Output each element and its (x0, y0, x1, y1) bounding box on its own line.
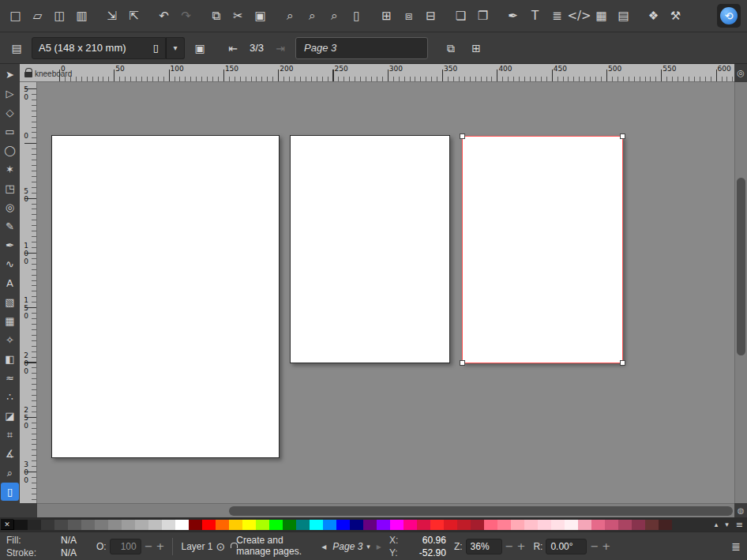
next-page-button[interactable]: ⇥ (270, 38, 291, 58)
page[interactable] (290, 135, 450, 363)
redo-button[interactable]: ↷ (175, 5, 197, 27)
rotation-decrease-button[interactable]: − (590, 540, 599, 552)
palette-swatch[interactable] (659, 520, 672, 530)
rotation-increase-button[interactable]: + (602, 540, 610, 552)
layer-visibility-toggle[interactable]: ⊙ (216, 540, 226, 553)
palette-swatch[interactable] (269, 520, 283, 530)
rotation-lock-button[interactable]: ◎ (734, 64, 747, 82)
opacity-decrease-button[interactable]: − (145, 540, 153, 552)
preferences-button[interactable]: ⚒ (665, 5, 686, 27)
spiral-tool[interactable]: ◎ (1, 198, 19, 216)
palette-swatch[interactable] (645, 520, 659, 530)
opacity-increase-button[interactable]: + (156, 540, 165, 552)
palette-swatch[interactable] (283, 520, 296, 530)
statusbar-next-page-button[interactable]: ▸ (377, 541, 381, 552)
palette-swatch[interactable] (605, 520, 618, 530)
export-button[interactable]: ⇱ (123, 5, 145, 27)
ellipse-tool[interactable]: ◯ (1, 141, 19, 160)
statusbar-prev-page-button[interactable]: ◂ (321, 541, 326, 552)
zoom-drawing-button[interactable]: ⌕ (302, 5, 323, 27)
canvas[interactable] (37, 82, 734, 503)
palette-swatch[interactable] (551, 520, 565, 530)
palette-swatch[interactable] (310, 520, 323, 530)
page[interactable] (51, 135, 280, 458)
vertical-scrollbar-thumb[interactable] (737, 178, 745, 355)
palette-swatch[interactable] (511, 520, 524, 530)
pencil-tool[interactable]: ✎ (1, 217, 19, 235)
copy-button[interactable]: ⧉ (205, 5, 227, 27)
palette-swatch[interactable] (430, 520, 444, 530)
page[interactable] (462, 136, 623, 363)
palette-swatch[interactable] (350, 520, 363, 530)
xml-editor-button[interactable]: </> (569, 5, 590, 27)
document-properties-button[interactable]: ❖ (643, 5, 664, 27)
palette-swatch[interactable] (390, 520, 404, 530)
paint-bucket-tool[interactable]: ◧ (1, 350, 19, 368)
palette-swatch[interactable] (95, 520, 108, 530)
palette-scroll-up-button[interactable]: ▴ (715, 521, 719, 528)
spray-tool[interactable]: ∴ (1, 388, 19, 406)
shape-builder-tool[interactable]: ◇ (1, 103, 19, 122)
text-dialog-button[interactable]: T (524, 5, 546, 27)
page-resize-handle[interactable] (460, 133, 465, 139)
dropper-tool[interactable]: ✧ (1, 331, 19, 349)
palette-swatch[interactable] (148, 520, 162, 530)
page-tool[interactable]: ▯ (1, 483, 19, 501)
cut-button[interactable]: ✂ (227, 5, 249, 27)
pen-tool[interactable]: ✒ (1, 236, 19, 254)
zoom-decrease-button[interactable]: − (505, 540, 514, 552)
palette-swatch[interactable] (363, 520, 377, 530)
save-button[interactable]: ◫ (49, 5, 70, 27)
selector-tool[interactable]: ➤ (1, 66, 19, 84)
page-resize-handle[interactable] (620, 133, 625, 139)
palette-swatch[interactable] (471, 520, 484, 530)
zoom-selection-button[interactable]: ⌕ (280, 5, 301, 27)
palette-swatch[interactable] (524, 520, 538, 530)
rotation-input[interactable] (546, 539, 587, 554)
undo-button[interactable]: ↶ (153, 5, 175, 27)
eraser-tool[interactable]: ◪ (1, 407, 19, 425)
palette-swatch[interactable] (336, 520, 350, 530)
measure-tool[interactable]: ∡ (1, 445, 19, 463)
zoom-input[interactable] (466, 539, 502, 554)
palette-swatch[interactable] (54, 520, 68, 530)
palette-swatch[interactable] (108, 520, 122, 530)
statusbar-menu-button[interactable]: ≣ (731, 540, 741, 553)
calligraphy-tool[interactable]: ∿ (1, 255, 19, 273)
horizontal-ruler-labels[interactable]: 050100150200250300350400450500550600 (37, 64, 734, 82)
paste-button[interactable]: ▣ (250, 5, 271, 27)
import-button[interactable]: ⇲ (101, 5, 122, 27)
palette-swatch[interactable] (444, 520, 457, 530)
palette-swatch[interactable] (538, 520, 551, 530)
palette-swatch[interactable] (565, 520, 578, 530)
ungroup-button[interactable]: ❐ (472, 5, 494, 27)
align-dialog-button[interactable]: ▦ (591, 5, 612, 27)
palette-swatch[interactable] (189, 520, 202, 530)
zoom-tool[interactable]: ⌕ (1, 464, 19, 482)
statusbar-page-select[interactable]: Page 3 ▾ (329, 539, 374, 554)
page-toolbar-icon-button[interactable]: ▤ (6, 38, 27, 58)
palette-swatch[interactable] (323, 520, 336, 530)
star-tool[interactable]: ✶ (1, 160, 19, 179)
fill-stroke-dialog-button[interactable]: ✒ (502, 5, 524, 27)
unlink-clone-button[interactable]: ⊟ (420, 5, 441, 27)
rows-columns-dialog-button[interactable]: ▤ (613, 5, 634, 27)
page-label-input[interactable] (295, 37, 428, 59)
palette-swatch[interactable] (41, 520, 54, 530)
new-document-button[interactable]: □ (5, 5, 26, 27)
rectangle-tool[interactable]: ▭ (1, 122, 19, 141)
layers-dialog-button[interactable]: ≣ (546, 5, 568, 27)
node-tool[interactable]: ▷ (1, 85, 19, 103)
palette-swatch[interactable] (457, 520, 471, 530)
fit-page-button[interactable]: ▣ (190, 38, 210, 58)
palette-swatch[interactable] (202, 520, 216, 530)
palette-swatch[interactable] (591, 520, 605, 530)
palette-swatch[interactable] (632, 520, 645, 530)
palette-swatch[interactable] (404, 520, 417, 530)
layer-name[interactable]: Layer 1 (181, 541, 212, 552)
palette-swatch[interactable] (216, 520, 229, 530)
clone-button[interactable]: ⧈ (398, 5, 419, 27)
vertical-scrollbar[interactable] (734, 82, 747, 503)
tweak-tool[interactable]: ≈ (1, 369, 19, 387)
move-objects-with-page-toggle[interactable]: ⧉ (441, 38, 461, 58)
